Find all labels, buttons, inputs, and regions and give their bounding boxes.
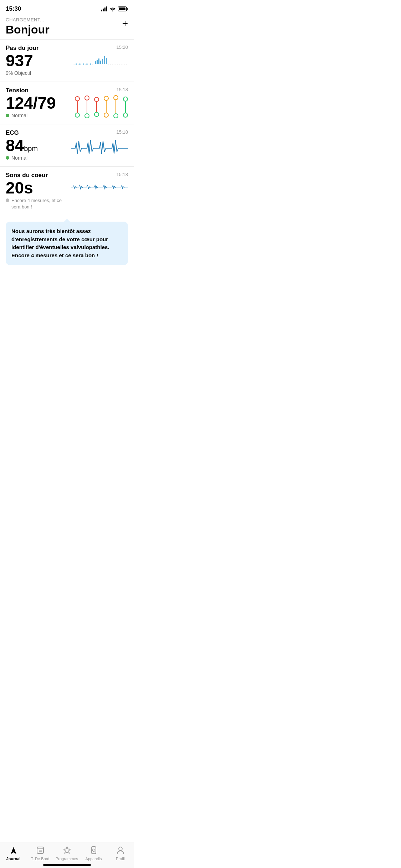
svg-point-28: [104, 113, 108, 117]
svg-point-17: [75, 97, 79, 101]
svg-rect-7: [100, 61, 101, 64]
status-bar: 15:30: [0, 0, 134, 16]
svg-rect-8: [102, 59, 103, 64]
heart-sound-label: Sons du coeur: [6, 172, 66, 179]
svg-point-23: [94, 97, 99, 102]
ecg-card[interactable]: ECG 84bpm Normal 15:18: [0, 124, 134, 166]
ecg-time: 15:18: [116, 129, 128, 135]
header-left: CHARGEMENT... Bonjour: [6, 17, 50, 36]
heart-sound-value: 20s: [6, 180, 66, 196]
steps-card-left: Pas du jour 937 9% Objectif: [6, 45, 39, 76]
svg-rect-6: [98, 58, 99, 64]
add-button[interactable]: +: [122, 19, 128, 29]
svg-point-22: [85, 114, 89, 118]
ecg-label: ECG: [6, 129, 38, 136]
svg-point-13: [79, 63, 81, 65]
svg-point-12: [76, 63, 77, 65]
svg-point-31: [114, 114, 118, 118]
battery-icon: [118, 6, 128, 11]
loading-text: CHARGEMENT...: [6, 17, 50, 22]
tension-card-left: Tension 124/79 Normal: [6, 87, 56, 118]
greeting-title: Bonjour: [6, 23, 50, 36]
signal-icon: [101, 6, 107, 11]
header: CHARGEMENT... Bonjour +: [0, 16, 134, 39]
svg-point-19: [75, 113, 79, 117]
tension-card[interactable]: Tension 124/79 Normal 15:18: [0, 82, 134, 124]
svg-point-29: [114, 95, 118, 100]
svg-point-15: [86, 63, 88, 65]
heart-sound-status-dot: [6, 198, 9, 202]
heart-sound-card[interactable]: Sons du coeur 20s Encore 4 mesures, et c…: [0, 166, 134, 216]
tension-status-dot: [6, 114, 9, 117]
svg-point-32: [123, 97, 128, 101]
steps-label: Pas du jour: [6, 45, 39, 52]
svg-point-16: [90, 63, 91, 65]
wifi-icon: [109, 6, 116, 11]
svg-rect-2: [119, 7, 125, 10]
ecg-value: 84bpm: [6, 137, 38, 154]
heart-sound-sub: Encore 4 mesures, et ce sera bon !: [6, 197, 66, 210]
main-content: Pas du jour 937 9% Objectif 15:20: [0, 39, 134, 306]
tension-time: 15:18: [116, 87, 128, 92]
steps-value: 937: [6, 52, 39, 69]
tension-value: 124/79: [6, 95, 56, 111]
status-icons: [101, 6, 128, 11]
ecg-card-left: ECG 84bpm Normal: [6, 129, 38, 161]
svg-point-14: [83, 63, 84, 65]
info-box: Nous aurons très bientôt assez d'enregis…: [6, 222, 128, 265]
svg-point-34: [123, 113, 128, 117]
steps-time: 15:20: [116, 45, 128, 50]
svg-point-25: [94, 112, 99, 117]
svg-point-26: [104, 96, 108, 100]
heart-sound-card-left: Sons du coeur 20s Encore 4 mesures, et c…: [6, 172, 66, 210]
tension-card-right: 15:18: [71, 87, 128, 118]
heart-sound-card-right: 15:18: [71, 172, 128, 194]
svg-rect-9: [104, 56, 105, 64]
svg-rect-1: [127, 8, 128, 10]
info-box-text: Nous aurons très bientôt assez d'enregis…: [11, 227, 122, 259]
tension-label: Tension: [6, 87, 56, 94]
svg-rect-4: [95, 61, 96, 64]
ecg-status-dot: [6, 156, 9, 160]
ecg-card-right: 15:18: [71, 129, 128, 157]
tension-sub: Normal: [6, 113, 56, 118]
steps-card-right: 15:20: [71, 45, 128, 67]
steps-card[interactable]: Pas du jour 937 9% Objectif 15:20: [0, 39, 134, 82]
heart-sound-time: 15:18: [116, 172, 128, 177]
svg-point-20: [85, 96, 89, 100]
steps-sub: 9% Objectif: [6, 70, 39, 76]
tension-chart: [71, 95, 128, 118]
svg-rect-10: [106, 58, 107, 64]
heart-sound-chart: [71, 180, 128, 194]
ecg-sub: Normal: [6, 155, 38, 161]
steps-chart: [73, 53, 128, 67]
svg-rect-5: [97, 60, 98, 64]
status-time: 15:30: [6, 5, 21, 12]
ecg-chart: [71, 138, 128, 157]
